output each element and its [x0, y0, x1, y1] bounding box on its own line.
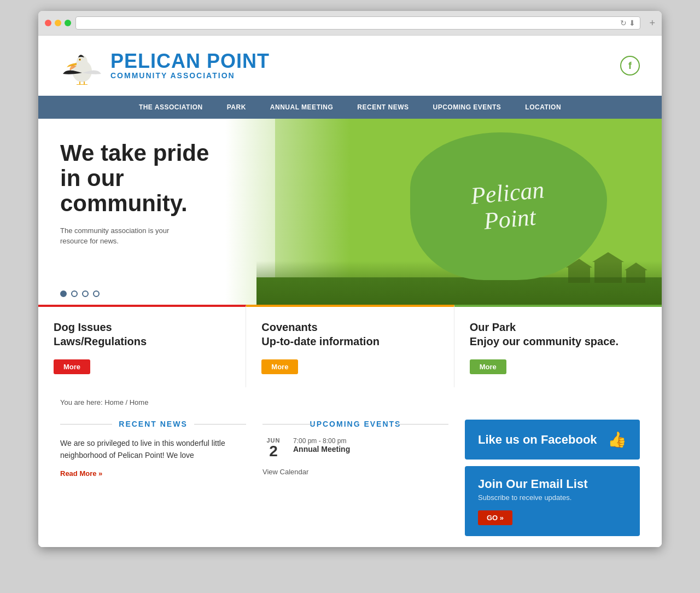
card-dog-title: Dog Issues Laws/Regulations: [54, 320, 230, 348]
card-covenants: Covenants Up-to-date information More: [246, 305, 454, 387]
card-park-title: Our Park Enjoy our community space.: [470, 320, 646, 348]
left-column: RECENT NEWS We are so privileged to live…: [60, 420, 448, 536]
card-park-more-button[interactable]: More: [470, 359, 506, 374]
recent-news-title: RECENT NEWS: [60, 420, 246, 428]
nav-item-association[interactable]: THE ASSOCIATION: [127, 96, 215, 119]
news-events-row: RECENT NEWS We are so privileged to live…: [60, 420, 448, 478]
logo-area: PELICAN POINT COMMUNITY ASSOCIATION: [60, 46, 270, 85]
nav-item-upcoming-events[interactable]: UPCOMING EVENTS: [421, 96, 513, 119]
facebook-header-icon[interactable]: f: [620, 56, 640, 75]
slider-dot-3[interactable]: [82, 290, 89, 297]
facebook-widget[interactable]: Like us on Facebook 👍: [465, 420, 640, 460]
site-nav: THE ASSOCIATION PARK ANNUAL MEETING RECE…: [38, 96, 662, 119]
pelican-logo-icon: [60, 46, 104, 85]
card-covenants-more-button[interactable]: More: [261, 359, 298, 374]
breadcrumb: You are here: Home / Home: [60, 398, 640, 406]
email-widget-subtitle: Subscribe to receive updates.: [478, 493, 627, 502]
upcoming-events-section: UPCOMING EVENTS JUN 2 7:00 pm - 8:00 pm …: [262, 420, 448, 478]
svg-point-3: [79, 59, 80, 60]
email-widget-title: Join Our Email List: [478, 477, 627, 491]
event-day: 2: [262, 444, 284, 459]
reload-icon[interactable]: ↻: [620, 19, 627, 27]
facebook-widget-text: Like us on Facebook: [478, 433, 597, 447]
site-header: PELICAN POINT COMMUNITY ASSOCIATION f: [38, 36, 662, 96]
new-tab-button[interactable]: +: [649, 18, 655, 29]
view-calendar-link[interactable]: View Calendar: [262, 468, 448, 476]
logo-sub-text: COMMUNITY ASSOCIATION: [110, 71, 270, 80]
browser-window: ↻ ⬇ +: [38, 11, 662, 547]
logo-main-text: PELICAN POINT: [110, 51, 270, 71]
minimize-dot[interactable]: [55, 20, 61, 26]
maximize-dot[interactable]: [65, 20, 71, 26]
card-covenants-title: Covenants Up-to-date information: [261, 320, 438, 348]
event-item: JUN 2 7:00 pm - 8:00 pm Annual Meeting: [262, 437, 448, 459]
svg-point-1: [77, 55, 88, 68]
event-time: 7:00 pm - 8:00 pm: [293, 437, 448, 445]
slider-dots: [60, 290, 100, 297]
content-columns: RECENT NEWS We are so privileged to live…: [60, 420, 640, 536]
card-dog-issues: Dog Issues Laws/Regulations More: [38, 305, 246, 387]
card-dog-more-button[interactable]: More: [54, 359, 90, 374]
nav-item-recent-news[interactable]: RECENT NEWS: [345, 96, 421, 119]
sign-text-line2: Point: [472, 203, 547, 236]
main-content: You are here: Home / Home RECENT NEWS We…: [38, 387, 662, 547]
news-body-text: We are so privileged to live in this won…: [60, 437, 246, 462]
upcoming-events-title: UPCOMING EVENTS: [262, 420, 448, 428]
hero-section: We take pride in our community. The comm…: [38, 119, 662, 305]
event-name: Annual Meeting: [293, 445, 448, 454]
nav-item-park[interactable]: PARK: [215, 96, 258, 119]
read-more-link[interactable]: Read More »: [60, 469, 102, 478]
event-info: 7:00 pm - 8:00 pm Annual Meeting: [293, 437, 448, 454]
thumbs-up-icon: 👍: [608, 431, 627, 449]
logo-text: PELICAN POINT COMMUNITY ASSOCIATION: [110, 51, 270, 80]
hero-title: We take pride in our community.: [60, 141, 224, 217]
close-dot[interactable]: [45, 20, 51, 26]
right-sidebar: Like us on Facebook 👍 Join Our Email Lis…: [465, 420, 640, 536]
url-bar[interactable]: ↻ ⬇: [75, 16, 640, 30]
email-widget: Join Our Email List Subscribe to receive…: [465, 466, 640, 536]
slider-dot-4[interactable]: [93, 290, 100, 297]
go-button[interactable]: GO »: [478, 510, 512, 525]
card-park: Our Park Enjoy our community space. More: [454, 305, 662, 387]
browser-chrome: ↻ ⬇ +: [38, 11, 662, 36]
download-icon[interactable]: ⬇: [629, 19, 635, 27]
recent-news-section: RECENT NEWS We are so privileged to live…: [60, 420, 246, 478]
hero-subtitle: The community association is your resour…: [60, 225, 180, 247]
cards-row: Dog Issues Laws/Regulations More Covenan…: [38, 305, 662, 387]
event-date: JUN 2: [262, 437, 284, 459]
nav-item-annual-meeting[interactable]: ANNUAL MEETING: [258, 96, 345, 119]
nav-item-location[interactable]: LOCATION: [513, 96, 573, 119]
site-wrapper: PELICAN POINT COMMUNITY ASSOCIATION f TH…: [38, 36, 662, 547]
browser-dots: [45, 20, 71, 26]
slider-dot-1[interactable]: [60, 290, 67, 297]
slider-dot-2[interactable]: [71, 290, 78, 297]
